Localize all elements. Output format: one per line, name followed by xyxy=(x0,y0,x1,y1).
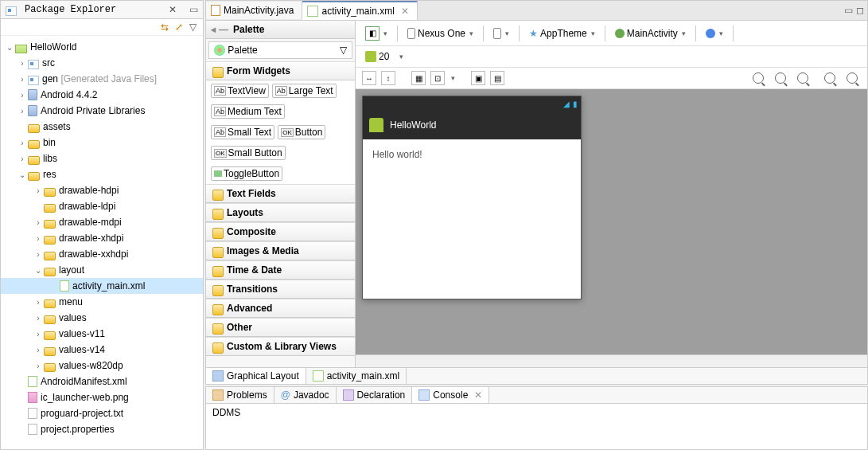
zoom-out-button[interactable] xyxy=(821,71,839,85)
tab-graphical-layout[interactable]: Graphical Layout xyxy=(206,368,306,384)
device-preview[interactable]: ◢▮ HelloWorld Hello world! xyxy=(362,96,582,299)
project-node[interactable]: ⌄HelloWorld xyxy=(1,39,203,55)
node-label: project.properties xyxy=(41,424,115,435)
api-level-selector[interactable]: 20▾ xyxy=(362,49,407,64)
drawable-hdpi-node[interactable]: ›drawable-hdpi xyxy=(1,182,203,198)
values-v11-node[interactable]: ›values-v11 xyxy=(1,326,203,342)
horizontal-scrollbar[interactable] xyxy=(356,354,867,367)
collapse-all-icon[interactable]: ⇆ xyxy=(161,22,169,33)
tab-declaration[interactable]: Declaration xyxy=(337,387,413,403)
maximize-editor-icon[interactable]: ◻ xyxy=(856,5,864,16)
folder-icon xyxy=(212,228,224,239)
widget-button[interactable]: OKButton xyxy=(278,125,325,139)
widget-small-button[interactable]: OKSmall Button xyxy=(206,143,355,163)
drawable-xxhdpi-node[interactable]: ›drawable-xxhdpi xyxy=(1,246,203,262)
close-icon[interactable]: ✕ xyxy=(474,389,482,401)
node-label: drawable-hdpi xyxy=(59,185,119,196)
launcher-png-node[interactable]: ic_launcher-web.png xyxy=(1,389,203,405)
node-label: values-v14 xyxy=(59,344,105,355)
tab-main-activity[interactable]: MainActivity.java xyxy=(206,2,302,19)
app-content[interactable]: Hello world! xyxy=(363,139,581,299)
zoom-100-button[interactable] xyxy=(772,71,789,85)
hello-text[interactable]: Hello world! xyxy=(372,149,422,160)
widget-smalltext-row[interactable]: AbSmall Text OKButton xyxy=(206,122,355,143)
close-tab-icon[interactable]: ✕ xyxy=(401,6,409,17)
tab-console[interactable]: Console✕ xyxy=(412,387,489,403)
tab-xml-source[interactable]: activity_main.xml xyxy=(306,368,407,384)
src-node[interactable]: ›src xyxy=(1,55,203,71)
api-toolbar: 20▾ xyxy=(356,46,867,68)
toggle-width-button[interactable]: ↔ xyxy=(362,71,376,85)
private-libs-node[interactable]: ›Android Private Libraries xyxy=(1,103,203,119)
libs-node[interactable]: ›libs xyxy=(1,151,203,166)
tab-activity-main-xml[interactable]: activity_main.xml✕ xyxy=(302,1,417,20)
signal-icon: ▮ xyxy=(573,100,578,108)
clip-button[interactable]: ⊡ xyxy=(430,71,445,85)
emulate-button[interactable]: ▦ xyxy=(411,71,426,85)
activity-selector[interactable]: MainActivity▾ xyxy=(612,26,689,41)
design-canvas[interactable]: ◢▮ HelloWorld Hello world! xyxy=(356,89,867,354)
activity-main-xml-node[interactable]: activity_main.xml xyxy=(1,278,203,294)
widget-textview[interactable]: AbTextView xyxy=(211,84,269,98)
minimize-editor-icon[interactable]: ▭ xyxy=(844,5,853,16)
layout-node[interactable]: ⌄layout xyxy=(1,262,203,278)
widget-toggle-button[interactable]: ToggleButton xyxy=(206,163,355,184)
palette-cat-advanced[interactable]: Advanced xyxy=(206,299,355,318)
palette-cat-layouts[interactable]: Layouts xyxy=(206,203,355,222)
widget-small-text[interactable]: AbSmall Text xyxy=(211,125,274,139)
console-tab-bar: Problems @Javadoc Declaration Console✕ xyxy=(206,387,867,404)
console-output[interactable]: DDMS xyxy=(206,404,867,449)
folder-icon xyxy=(212,190,224,201)
assets-node[interactable]: assets xyxy=(1,119,203,135)
bin-node[interactable]: ›bin xyxy=(1,135,203,151)
palette-cat-custom[interactable]: Custom & Library Views xyxy=(206,337,355,356)
config-dropdown-button[interactable]: ◧▾ xyxy=(362,25,391,42)
gen-node[interactable]: ›gen [Generated Java Files] xyxy=(1,71,203,87)
minimize-icon[interactable]: ▭ xyxy=(189,4,198,15)
palette-cat-time-date[interactable]: Time & Date xyxy=(206,260,355,280)
android-lib-node[interactable]: ›Android 4.4.2 xyxy=(1,87,203,103)
zoom-in-button[interactable] xyxy=(843,71,861,85)
zoom-actual-button[interactable] xyxy=(794,71,812,85)
link-editor-icon[interactable]: ⤢ xyxy=(175,22,183,33)
values-node[interactable]: ›values xyxy=(1,310,203,326)
project-properties-node[interactable]: project.properties xyxy=(1,421,203,437)
toggle-height-button[interactable]: ↕ xyxy=(381,71,395,85)
view-menu-icon[interactable]: ▽ xyxy=(189,22,197,33)
device-selector[interactable]: Nexus One▾ xyxy=(404,26,477,41)
palette-cat-composite[interactable]: Composite xyxy=(206,222,355,241)
widget-label: Button xyxy=(295,127,323,138)
project-tree[interactable]: ⌄HelloWorld ›src ›gen [Generated Java Fi… xyxy=(1,36,203,449)
orientation-button[interactable]: ▾ xyxy=(490,26,512,41)
package-folder-icon xyxy=(28,60,39,69)
theme-selector[interactable]: ★AppTheme▾ xyxy=(526,26,598,41)
locale-selector[interactable]: ▾ xyxy=(703,27,726,40)
values-w820dp-node[interactable]: ›values-w820dp xyxy=(1,358,203,374)
zoom-fit-button[interactable] xyxy=(749,71,767,85)
res-node[interactable]: ⌄res xyxy=(1,166,203,182)
palette-cat-images[interactable]: Images & Media xyxy=(206,241,355,260)
tab-javadoc[interactable]: @Javadoc xyxy=(274,387,337,403)
manifest-node[interactable]: AndroidManifest.xml xyxy=(1,374,203,389)
drawable-mdpi-node[interactable]: ›drawable-mdpi xyxy=(1,214,203,230)
widget-medium-text[interactable]: AbMedium Text xyxy=(206,101,355,122)
palette-cat-transitions[interactable]: Transitions xyxy=(206,280,355,299)
app-launcher-icon xyxy=(369,118,383,132)
widget-large-text[interactable]: AbLarge Text xyxy=(272,84,337,98)
menu-node[interactable]: ›menu xyxy=(1,294,203,310)
palette-selector[interactable]: Palette▽ xyxy=(208,41,352,59)
palette-cat-form-widgets[interactable]: Form Widgets xyxy=(206,61,355,80)
drawable-xhdpi-node[interactable]: ›drawable-xhdpi xyxy=(1,230,203,246)
proguard-node[interactable]: proguard-project.txt xyxy=(1,405,203,421)
outline-button[interactable]: ▣ xyxy=(471,71,485,85)
palette-cat-other[interactable]: Other xyxy=(206,318,355,337)
folder-icon xyxy=(212,266,224,277)
drawable-ldpi-node[interactable]: drawable-ldpi xyxy=(1,198,203,214)
values-v14-node[interactable]: ›values-v14 xyxy=(1,342,203,358)
tab-problems[interactable]: Problems xyxy=(206,387,274,403)
package-explorer-tab[interactable]: Package Explorer ✕ ▭ xyxy=(1,1,203,19)
palette-cat-text-fields[interactable]: Text Fields xyxy=(206,184,355,203)
layout-actions-button[interactable]: ▤ xyxy=(490,71,504,85)
widget-textview-row[interactable]: AbTextView AbLarge Text xyxy=(206,80,355,101)
close-icon[interactable]: ✕ xyxy=(169,4,177,15)
